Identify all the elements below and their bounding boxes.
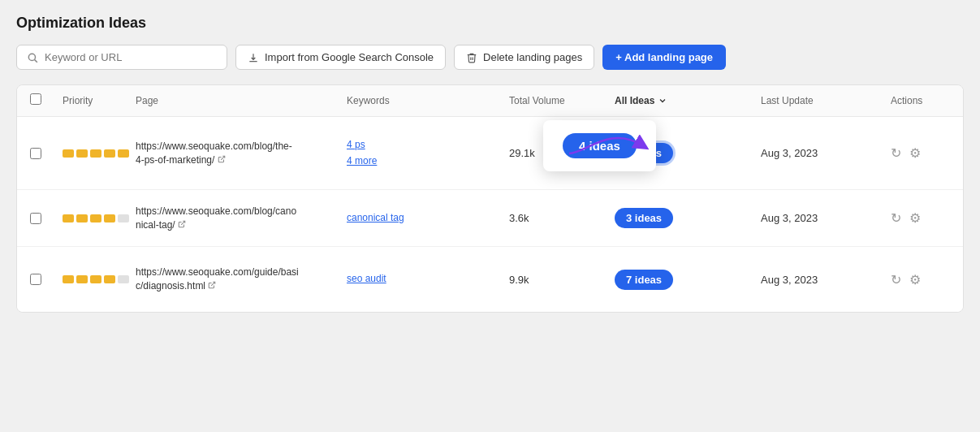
ideas-button-row3[interactable]: 7 ideas <box>615 270 673 290</box>
volume-row3: 9.9k <box>509 274 615 286</box>
priority-bars-row3 <box>63 275 136 283</box>
keywords-header: Keywords <box>347 95 509 106</box>
bar4 <box>104 214 115 222</box>
row3-checkbox[interactable] <box>30 274 63 285</box>
keywords-row1[interactable]: 4 ps 4 more <box>347 137 509 168</box>
ideas-button-row2[interactable]: 3 ideas <box>615 208 673 228</box>
bar5-empty <box>118 275 129 283</box>
svg-point-0 <box>28 54 35 60</box>
bar5 <box>118 149 129 158</box>
trash-icon <box>466 52 477 63</box>
select-all-checkbox[interactable] <box>30 93 41 105</box>
search-box[interactable] <box>16 45 227 70</box>
page-url-row1: https://www.seoquake.com/blog/the-4-ps-o… <box>136 140 347 167</box>
bar1 <box>63 214 74 222</box>
bar1 <box>63 275 74 283</box>
search-icon <box>27 52 38 63</box>
date-row1: Aug 3, 2023 <box>761 147 891 159</box>
volume-row2: 3.6k <box>509 212 615 224</box>
bar4 <box>104 275 115 283</box>
add-landing-page-button[interactable]: + Add landing page <box>602 45 726 70</box>
bar2 <box>76 214 88 222</box>
ideas-col-row2[interactable]: 3 ideas <box>615 208 761 228</box>
external-link-icon <box>218 155 226 163</box>
table-row: https://www.seoquake.com/blog/canonical-… <box>17 190 963 247</box>
refresh-icon-row1[interactable]: ↻ <box>891 145 901 161</box>
bar4 <box>104 149 115 158</box>
actions-header: Actions <box>891 95 964 106</box>
ext-link-row3[interactable] <box>208 281 216 289</box>
refresh-icon-row3[interactable]: ↻ <box>891 272 901 287</box>
actions-row3: ↻ ⚙ <box>891 272 964 287</box>
chevron-down-icon <box>658 96 667 106</box>
bar1 <box>63 149 74 158</box>
settings-icon-row2[interactable]: ⚙ <box>909 210 921 226</box>
delete-button[interactable]: Delete landing pages <box>454 45 594 70</box>
keywords-row3[interactable]: seo audit <box>347 271 509 287</box>
ext-link-row1[interactable] <box>218 155 226 163</box>
page-title: Optimization Ideas <box>16 15 964 32</box>
popup-ideas-btn[interactable]: 4 ideas <box>563 133 637 158</box>
toolbar: Import from Google Search Console Delete… <box>16 45 964 70</box>
volume-header: Total Volume <box>509 95 615 106</box>
add-button-label: + Add landing page <box>615 51 713 63</box>
date-row2: Aug 3, 2023 <box>761 212 891 224</box>
date-row3: Aug 3, 2023 <box>761 274 891 286</box>
bar2 <box>76 275 88 283</box>
refresh-icon-row2[interactable]: ↻ <box>891 210 901 226</box>
svg-line-2 <box>221 156 225 160</box>
page-url-row2: https://www.seoquake.com/blog/canonical-… <box>136 205 347 232</box>
optimization-table: Priority Page Keywords Total Volume All … <box>16 84 964 313</box>
import-button[interactable]: Import from Google Search Console <box>235 45 446 70</box>
ext-link-row2[interactable] <box>178 220 186 228</box>
priority-bars-row2 <box>63 214 136 222</box>
priority-bars-row1 <box>63 149 136 158</box>
table-header: Priority Page Keywords Total Volume All … <box>17 85 963 117</box>
svg-line-1 <box>35 59 37 62</box>
row1-checkbox[interactable] <box>30 148 63 159</box>
actions-row2: ↻ ⚙ <box>891 210 964 226</box>
actions-row1: ↻ ⚙ <box>891 145 964 161</box>
checkbox-header[interactable] <box>30 93 63 108</box>
page-url-row3: https://www.seoquake.com/guide/basic/dia… <box>136 266 347 293</box>
bar5-empty <box>118 214 129 222</box>
ideas-popup: 4 ideas <box>543 120 656 171</box>
last-update-header: Last Update <box>761 95 891 106</box>
svg-line-3 <box>181 221 185 225</box>
bar2 <box>76 149 88 158</box>
search-input[interactable] <box>45 51 217 63</box>
bar3 <box>90 149 101 158</box>
import-button-label: Import from Google Search Console <box>265 51 434 63</box>
ideas-header[interactable]: All Ideas <box>615 95 761 106</box>
import-icon <box>248 52 259 63</box>
external-link-icon <box>178 220 186 228</box>
priority-header: Priority <box>63 95 136 106</box>
bar3 <box>90 214 101 222</box>
table-row: https://www.seoquake.com/blog/the-4-ps-o… <box>17 117 963 190</box>
table-row: https://www.seoquake.com/guide/basic/dia… <box>17 247 963 312</box>
external-link-icon <box>208 281 216 289</box>
ideas-col-row3[interactable]: 7 ideas <box>615 270 761 290</box>
keywords-row2[interactable]: canonical tag <box>347 210 509 226</box>
delete-button-label: Delete landing pages <box>483 51 582 63</box>
settings-icon-row3[interactable]: ⚙ <box>909 272 921 287</box>
bar3 <box>90 275 101 283</box>
svg-line-4 <box>212 282 216 286</box>
settings-icon-row1[interactable]: ⚙ <box>909 145 921 161</box>
page-header: Page <box>136 95 347 106</box>
row2-checkbox[interactable] <box>30 213 63 224</box>
